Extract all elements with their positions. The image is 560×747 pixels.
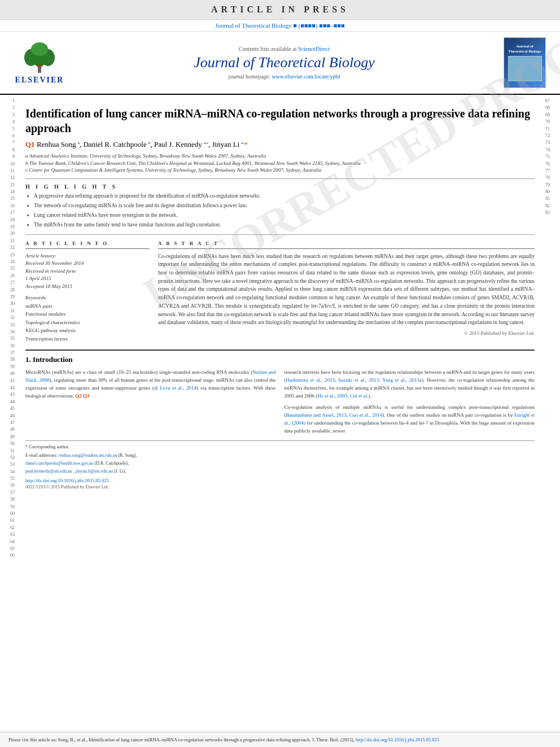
- line-66: 66: [0, 552, 15, 559]
- line-36: 36: [0, 343, 15, 350]
- q3-badge: Q3: [83, 393, 90, 399]
- citation-doi-link[interactable]: http://dx.doi.org/10.1016/j.jtbi.2015.05…: [356, 737, 439, 742]
- email-renhua[interactable]: renhua.song@student.uts.edu.au: [59, 453, 117, 458]
- line-47: 47: [0, 420, 15, 426]
- section-title-text: Introduction: [33, 355, 73, 364]
- line-72: 72: [545, 133, 560, 139]
- keywords-label: Keywords:: [25, 295, 150, 300]
- line-46: 46: [0, 413, 15, 420]
- line-62: 62: [0, 525, 15, 531]
- accepted-date: Accepted 18 May 2015: [25, 283, 150, 291]
- line-57: 57: [0, 490, 15, 496]
- line-22: 22: [0, 244, 15, 251]
- doi-link[interactable]: http://dx.doi.org/10.1016/j.jtbi.2015.05…: [25, 478, 109, 483]
- line-1: 1: [0, 98, 15, 104]
- line-76: 76: [545, 161, 560, 168]
- introduction-section: 1. Introduction MicroRNAs (miRNAs) are a…: [25, 350, 535, 490]
- sciencedirect-link[interactable]: ScienceDirect: [298, 46, 330, 52]
- homepage-link[interactable]: www.elsevier.com/locate/yjtbi: [272, 73, 340, 80]
- line-59: 59: [0, 504, 15, 510]
- highlights-list: A progressive data refining approach is …: [25, 192, 535, 230]
- line-28: 28: [0, 287, 15, 294]
- dileva-link[interactable]: di Leva et al., 2014: [154, 385, 196, 391]
- email-daniel-link[interactable]: daniel.catchpoole@health.nsw.gov.au: [25, 461, 94, 466]
- journal-header-line-text: Journal of Theoretical Biology ■ (■■■■) …: [215, 22, 344, 29]
- line-52: 52: [0, 455, 15, 461]
- line-83: 83: [545, 209, 560, 216]
- received-date: Received 30 November 2014: [25, 260, 150, 268]
- line-40: 40: [0, 370, 15, 377]
- line-75: 75: [545, 154, 560, 160]
- line-14: 14: [0, 189, 15, 195]
- line-29: 29: [0, 294, 15, 300]
- citation-text: Please cite this article as: Song, R., e…: [8, 737, 355, 742]
- line-4: 4: [0, 119, 15, 125]
- highlight-item-2: The network of co-regulating miRNAs is s…: [34, 202, 535, 210]
- affiliation-c: c Centre for Quantum Computation & Intel…: [25, 167, 535, 174]
- abstract-divider: [158, 248, 535, 249]
- doi-section: http://dx.doi.org/10.1016/j.jtbi.2015.05…: [25, 478, 535, 483]
- line-79: 79: [545, 182, 560, 189]
- line-80: 80: [545, 189, 560, 195]
- line-67: 67: [545, 98, 560, 104]
- line-48: 48: [0, 426, 15, 433]
- copyright-line: © 2015 Published by Elsevier Ltd.: [158, 330, 535, 336]
- intro-right-text-3: ).: [368, 393, 371, 399]
- article-info-abstract: A R T I C L E I N F O Article history: R…: [25, 241, 535, 343]
- elsevier-tree-icon: [20, 41, 59, 75]
- line-10: 10: [0, 161, 15, 168]
- line-37: 37: [0, 350, 15, 356]
- line-45: 45: [0, 405, 15, 412]
- highlight-item-1: A progressive data refining approach is …: [34, 192, 535, 200]
- line-16: 16: [0, 203, 15, 209]
- contents-line: Contents lists available at ScienceDirec…: [68, 46, 501, 52]
- cover-box-title: Journal of Theoretical Biology: [507, 44, 542, 54]
- q1-badge: Q1: [25, 140, 35, 148]
- email-jinyan-link[interactable]: jinyan.li@uts.edu.au: [76, 469, 113, 474]
- baumjohann-link[interactable]: Baumjohann and Ansel, 2013; Guo et al., …: [286, 412, 383, 418]
- banner-text: ARTICLE IN PRESS: [211, 5, 349, 14]
- email-daniel-name: (D.R. Catchpoole),: [95, 461, 129, 466]
- divider-3: [25, 350, 535, 351]
- issn-line: 0022-5193/© 2015 Published by Elsevier L…: [25, 484, 535, 490]
- cover-image: [508, 56, 542, 81]
- line-7: 7: [0, 139, 15, 146]
- history-label: Article history:: [25, 252, 150, 260]
- email-paul-link[interactable]: paul.kennedy@uts.edu.au: [25, 469, 72, 474]
- intro-right-col: research interests have been focusing on…: [285, 369, 535, 435]
- abstract-label: A B S T R A C T: [158, 241, 535, 246]
- line-2: 2: [0, 104, 15, 111]
- revised-label: Received in revised form: [25, 268, 150, 276]
- introduction-columns: MicroRNAs (miRNAs) are a class of small …: [25, 369, 535, 435]
- line-42: 42: [0, 385, 15, 391]
- keyword-5: Transcription factors: [25, 335, 150, 343]
- intro-right-text-6: for understanding the co-regulation betw…: [285, 420, 535, 434]
- line-82: 82: [545, 203, 560, 209]
- elsevier-logo: ELSEVIER: [11, 41, 68, 85]
- cover-box: Journal of Theoretical Biology: [504, 37, 546, 88]
- authors-text: Renhua Song a, Daniel R. Catchpoole b, P…: [37, 140, 248, 148]
- line-31: 31: [0, 308, 15, 314]
- elsevier-wordmark: ELSEVIER: [15, 76, 64, 85]
- line-6: 6: [0, 133, 15, 139]
- email-addresses-label: E-mail addresses: renhua.song@student.ut…: [25, 452, 535, 458]
- keywords-list: miRNA pairs Functional modules Topologic…: [25, 302, 150, 343]
- line-63: 63: [0, 531, 15, 538]
- divider-2: [25, 234, 535, 235]
- email-paul-jinyan: paul.kennedy@uts.edu.au , jinyan.li@uts.…: [25, 468, 535, 474]
- line-49: 49: [0, 434, 15, 440]
- citation-bar: Please cite this article as: Song, R., e…: [0, 732, 560, 747]
- line-58: 58: [0, 496, 15, 503]
- he-link[interactable]: He et al., 2005; Cui et al.: [317, 393, 368, 399]
- intro-right-text-5: ). One of the earliest studies on miRNA …: [382, 412, 514, 418]
- svg-point-4: [31, 42, 48, 56]
- intro-right-para1: research interests have been focusing on…: [285, 369, 535, 400]
- keyword-4: KEGG pathway analysis: [25, 326, 150, 334]
- line-18: 18: [0, 217, 15, 224]
- line-55: 55: [0, 475, 15, 482]
- q2-badge: Q2: [75, 393, 82, 399]
- line-27: 27: [0, 279, 15, 286]
- journal-cover: Journal of Theoretical Biology: [501, 37, 549, 88]
- line-53: 53: [0, 461, 15, 468]
- hashimoto-link[interactable]: Hashimoto et al., 2013; Suzuki et al., 2…: [286, 377, 422, 383]
